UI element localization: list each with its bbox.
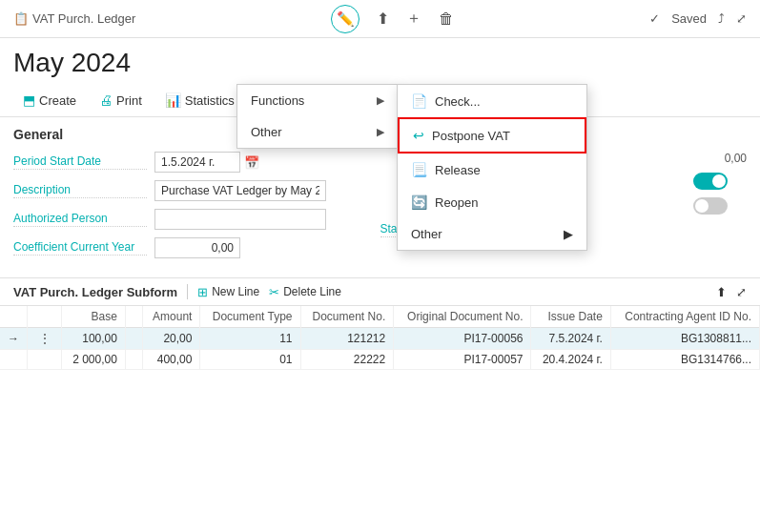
- dropdown-functions[interactable]: Functions ▶: [237, 85, 398, 116]
- col-doc-type: Document Type: [200, 306, 300, 328]
- toggle-knob: [712, 174, 726, 188]
- table-container: Base Amount Document Type Document No. O…: [0, 306, 760, 370]
- create-button[interactable]: ⬒ Create: [13, 88, 86, 113]
- release-icon: 📃: [411, 162, 427, 177]
- authorized-person-row: Authorized Person: [13, 205, 380, 234]
- functions-chevron-icon: ▶: [377, 94, 384, 107]
- saved-label: Saved: [671, 11, 707, 26]
- row-indicator: [0, 350, 28, 370]
- authorized-person-value: [154, 209, 380, 230]
- row-base: 2 000,00: [62, 350, 125, 370]
- postpone-vat-icon: ↩: [413, 128, 424, 143]
- data-table: Base Amount Document Type Document No. O…: [0, 306, 760, 370]
- share-button[interactable]: ⬆: [377, 10, 389, 28]
- row-kebab-cell: [28, 350, 62, 370]
- reopen-item[interactable]: 🔄 Reopen: [398, 186, 586, 218]
- table-header-row: Base Amount Document Type Document No. O…: [0, 306, 760, 328]
- col-doc-no: Document No.: [300, 306, 394, 328]
- row-doc-no: 22222: [300, 350, 394, 370]
- functions-label: Functions: [251, 93, 304, 108]
- reopen-label: Reopen: [435, 195, 479, 210]
- statistics-button[interactable]: 📊 Statistics: [155, 88, 244, 113]
- right-value-1: 0,00: [725, 152, 747, 165]
- expand-icon[interactable]: ⤢: [736, 11, 747, 26]
- col-amount: Amount: [142, 306, 200, 328]
- print-button[interactable]: 🖨 Print: [90, 88, 152, 113]
- new-line-label: New Line: [212, 285, 259, 298]
- table-row[interactable]: 2 000,00 400,00 01 22222 PI17-00057 20.4…: [0, 350, 760, 370]
- other-chevron-icon: ▶: [377, 126, 384, 138]
- col-agent-id: Contracting Agent ID No.: [610, 306, 759, 328]
- subform-title: VAT Purch. Ledger Subform: [13, 285, 177, 299]
- external-link-icon[interactable]: ⤴: [718, 11, 725, 26]
- col-indicator: [0, 306, 28, 328]
- authorized-person-input[interactable]: [154, 209, 326, 230]
- postpone-vat-label: Postpone VAT: [432, 129, 510, 143]
- functions-submenu: 📄 Check... ↩ Postpone VAT 📃 Release 🔄 Re…: [397, 84, 587, 251]
- col-issue-date: Issue Date: [531, 306, 610, 328]
- row-indicator: →: [0, 328, 28, 350]
- subform-bar: VAT Purch. Ledger Subform ⊞ New Line ✂ D…: [0, 277, 760, 306]
- description-row: Description: [13, 176, 380, 205]
- title-label: VAT Purch. Ledger: [32, 11, 135, 26]
- other-label: Other: [251, 125, 282, 139]
- col-base: Base: [62, 306, 125, 328]
- row-issue-date: 7.5.2024 г.: [531, 328, 610, 350]
- coefficient-row: Coefficient Current Year: [13, 234, 380, 262]
- top-bar-actions: ✏️ ⬆ ＋ 🗑: [331, 5, 454, 33]
- row-kebab-cell[interactable]: ⋮: [28, 328, 62, 350]
- top-bar-title: 📋 VAT Purch. Ledger: [13, 11, 135, 26]
- subform-share-icon[interactable]: ⬆: [716, 285, 727, 299]
- row-issue-date: 20.4.2024 г.: [531, 350, 610, 370]
- subform-expand-icon[interactable]: ⤢: [736, 285, 747, 299]
- coefficient-value: [154, 237, 380, 258]
- period-start-row: Period Start Date 📅: [13, 148, 380, 176]
- reopen-icon: 🔄: [411, 194, 427, 210]
- row-agent-id: BG1308811...: [610, 328, 759, 350]
- delete-line-button[interactable]: ✂ Delete Line: [269, 285, 341, 299]
- period-start-label: Period Start Date: [13, 154, 147, 170]
- toggle-off[interactable]: [693, 197, 728, 215]
- table-row[interactable]: → ⋮ 100,00 20,00 11 121212 PI17-00056 7.…: [0, 328, 760, 350]
- row-amount: 20,00: [142, 328, 200, 350]
- check-label: Check...: [435, 94, 481, 109]
- row-orig-doc-no: PI17-00057: [394, 350, 531, 370]
- release-item[interactable]: 📃 Release: [398, 153, 586, 186]
- row-doc-type: 11: [200, 328, 300, 350]
- subform-bar-right: ⬆ ⤢: [716, 285, 747, 299]
- delete-line-label: Delete Line: [283, 285, 341, 298]
- delete-button[interactable]: 🗑: [439, 10, 454, 28]
- check-item[interactable]: 📄 Check...: [398, 85, 586, 117]
- statistics-label: Statistics: [185, 93, 235, 108]
- row-space: [125, 350, 142, 370]
- coefficient-input[interactable]: [154, 237, 240, 258]
- edit-button[interactable]: ✏️: [331, 5, 359, 33]
- row-base: 100,00: [62, 328, 125, 350]
- calendar-icon[interactable]: 📅: [244, 155, 259, 170]
- new-line-button[interactable]: ⊞ New Line: [197, 285, 259, 299]
- other-sub-label: Other: [411, 227, 442, 241]
- add-button[interactable]: ＋: [406, 9, 421, 29]
- toggle-on[interactable]: [693, 173, 728, 190]
- row-orig-doc-no: PI17-00056: [394, 328, 531, 350]
- description-value: [154, 180, 380, 201]
- row-doc-type: 01: [200, 350, 300, 370]
- col-kebab: [28, 306, 62, 328]
- create-label: Create: [39, 93, 76, 108]
- toggle-knob-off: [695, 199, 709, 213]
- period-start-input[interactable]: [154, 152, 240, 173]
- create-icon: ⬒: [23, 92, 35, 108]
- row-agent-id: BG1314766...: [610, 350, 759, 370]
- other-sub-item[interactable]: Other ▶: [398, 218, 586, 250]
- actions-dropdown: Functions ▶ Other ▶: [236, 84, 399, 149]
- row-amount: 400,00: [142, 350, 200, 370]
- dropdown-other[interactable]: Other ▶: [237, 116, 398, 148]
- description-input[interactable]: [154, 180, 326, 201]
- row-doc-no: 121212: [300, 328, 394, 350]
- postpone-vat-item[interactable]: ↩ Postpone VAT: [398, 117, 586, 153]
- row-space: [125, 328, 142, 350]
- col-space: [125, 306, 142, 328]
- doc-icon: 📋: [13, 11, 29, 26]
- form-grid: Period Start Date 📅 Description Authoriz…: [0, 146, 760, 270]
- coefficient-label: Coefficient Current Year: [13, 240, 147, 256]
